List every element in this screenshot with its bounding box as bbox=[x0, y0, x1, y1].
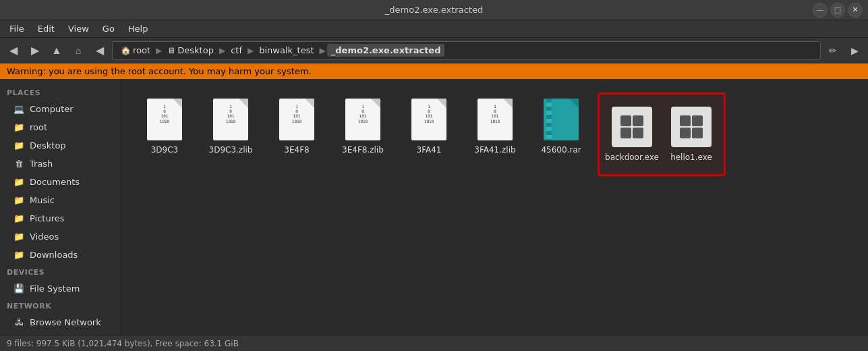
close-button[interactable]: ✕ bbox=[848, 3, 863, 18]
sidebar-item-browsenetwork[interactable]: 🖧 Browse Network bbox=[3, 313, 118, 331]
root-folder-icon: 📁 bbox=[13, 122, 24, 132]
sidebar: Places 💻 Computer 📁 root 📁 Desktop 🗑 Tra… bbox=[0, 79, 121, 335]
breadcrumb-current-label: _demo2.exe.extracted bbox=[331, 45, 441, 55]
file-icon-container-hello1exe bbox=[670, 105, 713, 148]
file-label-3e4f8: 3E4F8 bbox=[284, 145, 309, 156]
exe-file-icon-hello1exe bbox=[671, 107, 712, 147]
d-piece-8 bbox=[692, 128, 703, 138]
file-icon-container-3d9c3: 101011010 bbox=[143, 98, 186, 141]
breadcrumb-ctf-label: ctf bbox=[231, 45, 242, 55]
sidebar-item-videos-label: Videos bbox=[30, 232, 59, 242]
menu-edit[interactable]: Edit bbox=[32, 22, 60, 35]
sidebar-item-music[interactable]: 📁 Music bbox=[3, 191, 118, 209]
breadcrumb-sep-1: ▶ bbox=[156, 46, 162, 55]
file-item-3d9c3[interactable]: 101011010 3D9C3 bbox=[135, 92, 194, 176]
breadcrumb-binwalk[interactable]: binwalk_test bbox=[255, 44, 318, 57]
breadcrumb-sep-2: ▶ bbox=[219, 46, 225, 55]
rar-file-icon-45600rar bbox=[544, 99, 579, 140]
sidebar-item-computer[interactable]: 💻 Computer bbox=[3, 100, 118, 117]
file-item-3d9c3zlib[interactable]: 101011010 3D9C3.zlib bbox=[201, 92, 260, 176]
txt-file-icon-3fa41: 101011010 bbox=[411, 99, 446, 140]
sidebar-item-root[interactable]: 📁 root bbox=[3, 118, 118, 136]
d-piece-3 bbox=[620, 128, 631, 138]
pictures-icon: 📁 bbox=[13, 213, 24, 223]
sidebar-item-desktop[interactable]: 📁 Desktop bbox=[3, 136, 118, 154]
videos-icon: 📁 bbox=[13, 231, 24, 242]
txt-file-icon-3e4f8zlib: 101011010 bbox=[345, 99, 380, 140]
music-icon: 📁 bbox=[13, 194, 24, 205]
minimize-button[interactable]: — bbox=[813, 3, 828, 18]
file-label-backdoorexe: backdoor.exe bbox=[605, 153, 659, 163]
toolbar: ◀ ▶ ▲ ⌂ ◀ 🏠 root ▶ 🖥 Desktop ▶ ctf ▶ bin… bbox=[0, 38, 868, 63]
breadcrumb-ctf[interactable]: ctf bbox=[227, 44, 246, 57]
file-label-3d9c3zlib: 3D9C3.zlib bbox=[209, 145, 253, 156]
file-item-3e4f8zlib[interactable]: 101011010 3E4F8.zlib bbox=[333, 92, 393, 176]
network-icon: 🖧 bbox=[13, 317, 24, 327]
sidebar-item-desktop-label: Desktop bbox=[30, 140, 66, 151]
sidebar-item-trash-label: Trash bbox=[30, 159, 53, 169]
file-label-hello1exe: hello1.exe bbox=[670, 153, 712, 163]
maximize-button[interactable]: □ bbox=[830, 3, 845, 18]
statusbar: 9 files: 997.5 KiB (1,021,474 bytes), Fr… bbox=[0, 335, 868, 351]
file-label-3e4f8zlib: 3E4F8.zlib bbox=[342, 145, 384, 156]
menu-file[interactable]: File bbox=[4, 22, 30, 35]
d-piece-1 bbox=[620, 115, 631, 126]
menu-go[interactable]: Go bbox=[97, 22, 120, 35]
exe-diamond-hello1 bbox=[680, 115, 703, 138]
downloads-icon: 📁 bbox=[13, 249, 24, 260]
up-button[interactable]: ▲ bbox=[47, 41, 66, 60]
file-text-3d9c3zlib: 101011010 bbox=[213, 104, 248, 124]
nav-right-button[interactable]: ▶ bbox=[845, 41, 864, 60]
selection-box: backdoor.exe hel bbox=[598, 92, 726, 176]
exe-diamond-backdoor bbox=[620, 115, 643, 138]
file-label-3d9c3: 3D9C3 bbox=[151, 145, 179, 156]
breadcrumb-root-label: root bbox=[133, 45, 150, 55]
sidebar-item-pictures[interactable]: 📁 Pictures bbox=[3, 209, 118, 227]
file-item-backdoorexe[interactable]: backdoor.exe bbox=[602, 100, 662, 169]
file-label-3fa41: 3FA41 bbox=[417, 145, 442, 156]
breadcrumb-root[interactable]: 🏠 root bbox=[117, 44, 154, 57]
d-piece-2 bbox=[633, 115, 643, 126]
menu-view[interactable]: View bbox=[63, 22, 94, 35]
sidebar-item-root-label: root bbox=[30, 122, 47, 132]
sidebar-item-computer-label: Computer bbox=[30, 104, 74, 114]
file-item-3e4f8[interactable]: 101011010 3E4F8 bbox=[267, 92, 326, 176]
sidebar-item-videos[interactable]: 📁 Videos bbox=[3, 227, 118, 245]
file-label-3fa41zlib: 3FA41.zlib bbox=[474, 145, 515, 156]
root-icon: 🏠 bbox=[121, 46, 131, 55]
file-item-45600rar[interactable]: 45600.rar bbox=[531, 92, 591, 176]
forward-button[interactable]: ▶ bbox=[26, 41, 45, 60]
txt-file-icon-3d9c3: 101011010 bbox=[147, 99, 182, 140]
breadcrumb-current[interactable]: _demo2.exe.extracted bbox=[327, 44, 445, 57]
breadcrumb-desktop[interactable]: 🖥 Desktop bbox=[163, 44, 218, 57]
breadcrumb-sep-4: ▶ bbox=[320, 46, 326, 55]
sidebar-item-filesystem[interactable]: 💾 File System bbox=[3, 279, 118, 297]
file-item-3fa41zlib[interactable]: 101011010 3FA41.zlib bbox=[465, 92, 525, 176]
breadcrumb-binwalk-label: binwalk_test bbox=[259, 45, 314, 55]
file-icon-container-3fa41: 101011010 bbox=[407, 98, 451, 141]
back-button[interactable]: ◀ bbox=[4, 41, 23, 60]
desktop-folder-icon: 📁 bbox=[13, 140, 24, 151]
d-piece-4 bbox=[633, 128, 643, 138]
file-item-hello1exe[interactable]: hello1.exe bbox=[662, 100, 721, 169]
file-label-45600rar: 45600.rar bbox=[541, 145, 581, 156]
sidebar-item-documents[interactable]: 📁 Documents bbox=[3, 173, 118, 190]
file-text-3fa41zlib: 101011010 bbox=[478, 104, 513, 124]
home-button[interactable]: ⌂ bbox=[69, 41, 88, 60]
file-icon-container-45600rar bbox=[540, 98, 583, 141]
exe-file-icon-backdoorexe bbox=[612, 107, 652, 147]
titlebar-controls: — □ ✕ bbox=[813, 3, 863, 18]
edit-path-button[interactable]: ✏ bbox=[823, 41, 842, 60]
file-item-3fa41[interactable]: 101011010 3FA41 bbox=[399, 92, 459, 176]
file-text-3fa41: 101011010 bbox=[411, 104, 446, 124]
d-piece-7 bbox=[680, 128, 691, 138]
sidebar-item-trash[interactable]: 🗑 Trash bbox=[3, 155, 118, 172]
sidebar-item-filesystem-label: File System bbox=[30, 284, 80, 294]
menu-help[interactable]: Help bbox=[123, 22, 154, 35]
file-text-3e4f8: 101011010 bbox=[279, 104, 314, 124]
left-arrow-button[interactable]: ◀ bbox=[90, 41, 109, 60]
sidebar-item-downloads[interactable]: 📁 Downloads bbox=[3, 246, 118, 263]
breadcrumb-desktop-label: Desktop bbox=[177, 45, 214, 55]
file-icon-container-3fa41zlib: 101011010 bbox=[473, 98, 517, 141]
txt-file-icon-3e4f8: 101011010 bbox=[279, 99, 314, 140]
